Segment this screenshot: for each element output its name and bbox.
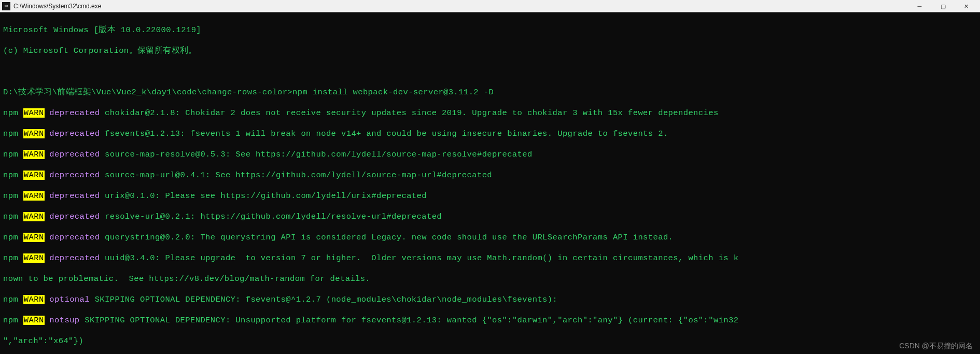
terminal-output[interactable]: Microsoft Windows [版本 10.0.22000.1219] (… <box>0 12 980 354</box>
wrap-line: ","arch":"x64"}) <box>3 336 977 346</box>
warn-line: npm WARN deprecated source-map-resolve@0… <box>3 149 977 160</box>
notsup-label: notsup <box>49 316 79 325</box>
watermark: CSDN @不易撞的网名 <box>899 341 973 351</box>
warn-line: npm WARN deprecated chokidar@2.1.8: Chok… <box>3 108 977 118</box>
window-title: C:\Windows\System32\cmd.exe <box>13 1 908 11</box>
warn-line: npm WARN notsup SKIPPING OPTIONAL DEPEND… <box>3 315 977 325</box>
window-controls: ─ ▢ ✕ <box>908 0 978 12</box>
warn-line: npm WARN deprecated resolve-url@0.2.1: h… <box>3 211 977 222</box>
blank-line <box>3 66 977 77</box>
warn-msg: chokidar@2.1.8: Chokidar 2 does not rece… <box>105 108 719 118</box>
optional-label: optional <box>49 295 90 304</box>
warn-line: npm WARN optional SKIPPING OPTIONAL DEPE… <box>3 294 977 305</box>
deprecated-label: deprecated <box>49 108 100 118</box>
warn-line: npm WARN deprecated querystring@0.2.0: T… <box>3 232 977 243</box>
typed-command: npm install webpack-dev-server@3.11.2 -D <box>292 88 494 97</box>
minimize-button[interactable]: ─ <box>908 0 931 12</box>
warn-line: npm WARN deprecated uuid@3.4.0: Please u… <box>3 253 977 263</box>
warn-line: npm WARN deprecated urix@0.1.0: Please s… <box>3 191 977 201</box>
header-line: Microsoft Windows [版本 10.0.22000.1219] <box>3 25 977 35</box>
npm-label: npm <box>3 108 18 118</box>
warn-line: npm WARN deprecated fsevents@1.2.13: fse… <box>3 129 977 139</box>
cmd-icon: ▭ <box>2 2 10 10</box>
wrap-line: nown to be problematic. See https://v8.d… <box>3 274 977 284</box>
maximize-button[interactable]: ▢ <box>931 0 955 12</box>
prompt-path: D:\技术学习\前端框架\Vue\Vue2_k\day1\code\change… <box>3 88 292 97</box>
warn-badge: WARN <box>23 108 45 118</box>
window-titlebar: ▭ C:\Windows\System32\cmd.exe ─ ▢ ✕ <box>0 0 980 12</box>
header-line: (c) Microsoft Corporation。保留所有权利。 <box>3 46 977 56</box>
close-button[interactable]: ✕ <box>955 0 978 12</box>
warn-line: npm WARN deprecated source-map-url@0.4.1… <box>3 170 977 180</box>
prompt-line: D:\技术学习\前端框架\Vue\Vue2_k\day1\code\change… <box>3 87 977 97</box>
